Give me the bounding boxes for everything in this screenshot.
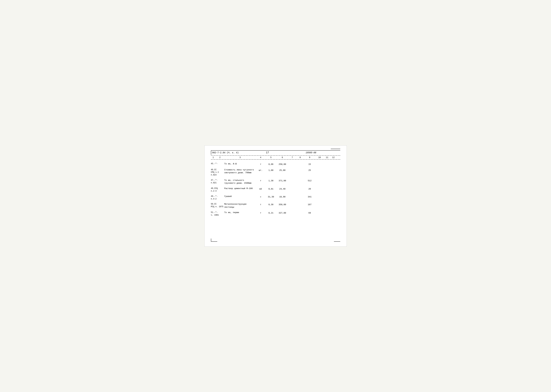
- data-rows: 45.-"- То же, А-Ш т 0,06 250,00 15 46.СС…: [211, 161, 340, 218]
- doc-code: 19505-08: [282, 151, 340, 154]
- top-border-line: [331, 149, 340, 149]
- col-header-11: 11: [324, 156, 330, 159]
- col-header-1: 1: [211, 156, 216, 159]
- row-total-49: 341: [304, 195, 315, 198]
- row-qty-50: 0,30: [265, 203, 276, 206]
- row-unit-45: т: [256, 162, 265, 166]
- row-price-49: 10,90: [276, 195, 288, 198]
- page: 902-7-2.84 (Ч. к. 4) 17 19505-08 1 2 3 4…: [205, 145, 347, 247]
- table-row: 49.-"- п.4-2 Гравий » 31,30 10,90 341: [211, 194, 340, 202]
- col-header-12: 12: [330, 156, 337, 159]
- row-price-47: 371,00: [276, 179, 288, 182]
- row-qty-51: 0,21: [265, 211, 276, 215]
- row-num-47: 47.-"- п.821: [211, 179, 224, 184]
- col-header-7: 7: [288, 156, 296, 159]
- col-header-5: 5: [265, 156, 276, 159]
- row-price-51: 327,00: [276, 211, 288, 215]
- row-qty-48: 0,81: [265, 187, 276, 191]
- row-total-50: 107: [304, 203, 315, 206]
- row-qty-47: 1,38: [265, 179, 276, 182]
- row-desc-50: Металлоконструкции лестницы: [224, 203, 256, 209]
- col-header-9: 9: [304, 156, 315, 159]
- row-num-50: 50.СС РСЦ п. 1975: [211, 203, 224, 208]
- table-row: 50.СС РСЦ п. 1975 Металлоконструкции лес…: [211, 202, 340, 210]
- row-qty-45: 0,06: [265, 162, 276, 166]
- row-unit-51: т: [256, 211, 265, 215]
- row-qty-49: 31,30: [265, 195, 276, 198]
- row-desc-47: То же, стального грузового диам. 1500мм: [224, 179, 256, 185]
- row-price-45: 250,00: [276, 162, 288, 166]
- col-header-3: 3: [224, 156, 256, 159]
- bottom-left-corner: [211, 238, 211, 242]
- table-row: 51.-"- ч. 1981 То же, перми т 0,21 327,0…: [211, 210, 340, 218]
- row-num-46: 46.СС СРЦ ч.1 п.823: [211, 168, 224, 176]
- row-price-50: 358,00: [276, 203, 288, 206]
- row-price-48: 24,40: [276, 187, 288, 191]
- bottom-right-border: [334, 241, 340, 242]
- row-qty-46: 1,00: [265, 168, 276, 172]
- row-desc-45: То же, А-Ш: [224, 162, 256, 165]
- doc-ref: 902-7-2.84 (Ч. к. 4): [212, 151, 253, 154]
- row-unit-50: т: [256, 203, 265, 206]
- col-header-2: 2: [216, 156, 224, 159]
- header-row: 902-7-2.84 (Ч. к. 4) 17 19505-08: [211, 150, 340, 155]
- page-number: 17: [253, 151, 282, 154]
- bottom-left-border: [211, 241, 217, 242]
- row-unit-48: м3: [256, 187, 265, 191]
- row-desc-51: То же, перми: [224, 211, 256, 214]
- col-header-4: 4: [256, 156, 265, 159]
- row-total-45: 15: [304, 162, 315, 166]
- row-total-51: 69: [304, 211, 315, 215]
- row-total-46: 25: [304, 168, 315, 172]
- row-unit-47: т: [256, 179, 265, 182]
- row-desc-46: Стоимость люка чугунного смотрового диам…: [224, 168, 256, 174]
- row-num-49: 49.-"- п.4-2: [211, 195, 224, 200]
- row-num-45: 45.-"-: [211, 162, 224, 165]
- row-price-46: 25,00: [276, 168, 288, 172]
- row-total-48: 20: [304, 187, 315, 191]
- table-row: 45.-"- То же, А-Ш т 0,06 250,00 15: [211, 161, 340, 167]
- row-desc-49: Гравий: [224, 195, 256, 198]
- row-num-51: 51.-"- ч. 1981: [211, 211, 224, 217]
- col-header-6: 6: [276, 156, 288, 159]
- col-header-10: 10: [315, 156, 324, 159]
- table-row: 47.-"- п.821 То же, стального грузового …: [211, 178, 340, 186]
- row-unit-46: шт.: [256, 168, 265, 172]
- row-unit-49: »: [256, 195, 265, 198]
- table-row: 48.ССЦ п.2-4 Раствор цементный М-100 м3 …: [211, 186, 340, 194]
- table-row: 46.СС СРЦ ч.1 п.823 Стоимость люка чугун…: [211, 167, 340, 178]
- col-header-8: 8: [296, 156, 304, 159]
- row-num-48: 48.ССЦ п.2-4: [211, 187, 224, 193]
- row-total-47: 512: [304, 179, 315, 182]
- column-headers: 1 2 3 4 5 6 7 8 9 10 11 12: [211, 155, 340, 160]
- row-desc-48: Раствор цементный М-100: [224, 187, 256, 190]
